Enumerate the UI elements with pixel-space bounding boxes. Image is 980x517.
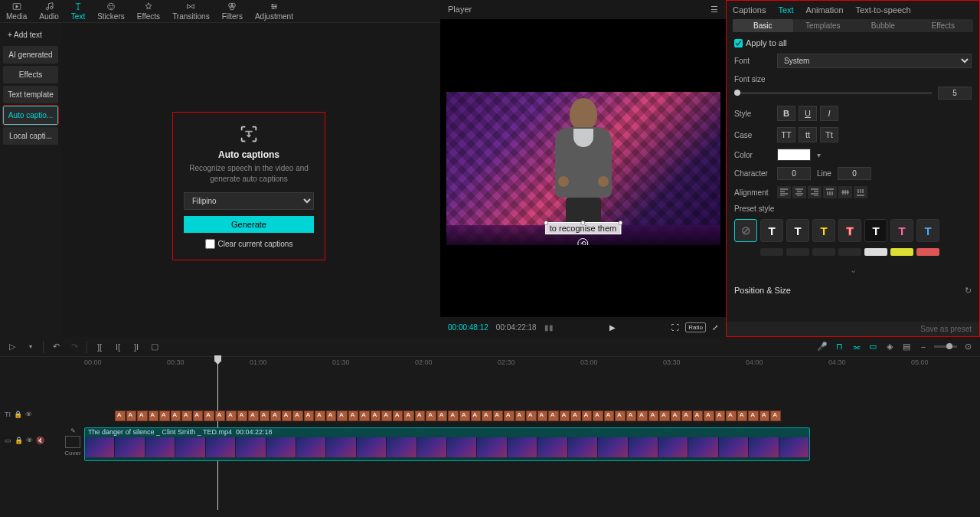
split-left[interactable]: I[	[112, 341, 124, 353]
tab-adjustment[interactable]: Adjustment	[249, 0, 299, 22]
caption-segment[interactable]	[526, 411, 537, 421]
caption-segment[interactable]	[537, 411, 548, 421]
caption-segment[interactable]	[737, 411, 748, 421]
tab-filters[interactable]: Filters	[216, 0, 249, 22]
case-title[interactable]: Tt	[820, 127, 838, 142]
align-bottom[interactable]	[854, 186, 867, 198]
zoom-slider[interactable]	[934, 345, 957, 348]
tab-media[interactable]: Media	[0, 0, 33, 22]
preset-b5[interactable]	[864, 248, 887, 256]
scale-icon[interactable]: ⛶	[671, 323, 679, 332]
preset-b3[interactable]	[812, 248, 835, 256]
caption-segment[interactable]	[149, 411, 159, 421]
preset-5[interactable]: T	[838, 219, 861, 242]
caption-segment[interactable]	[593, 411, 603, 421]
eye-icon[interactable]: 👁	[26, 437, 33, 444]
clear-captions-checkbox[interactable]: Clear current captions	[184, 239, 314, 249]
caption-segment[interactable]	[659, 411, 670, 421]
rotate-handle-icon[interactable]: ⟲	[578, 238, 589, 245]
sidebar-ai-generated[interactable]: AI generated	[3, 46, 58, 64]
caption-segment[interactable]	[760, 411, 770, 421]
caption-overlay[interactable]: to recognise them ⟲	[545, 222, 621, 234]
position-size-label[interactable]: Position & Size	[734, 286, 791, 296]
crop-button[interactable]: ▢	[149, 341, 161, 353]
subtab-effects[interactable]: Effects	[913, 19, 974, 32]
preset-7[interactable]: T	[890, 219, 913, 242]
preset-4[interactable]: T	[812, 219, 835, 242]
timeline-ruler[interactable]: 00:00 00:30 01:00 01:30 02:00 02:30 03:0…	[0, 357, 980, 369]
case-lower[interactable]: tt	[799, 127, 817, 142]
caption-segment[interactable]	[348, 411, 359, 421]
volume-bars-icon[interactable]: ▮▮	[544, 323, 554, 332]
caption-segment[interactable]	[715, 411, 726, 421]
caption-segment[interactable]	[504, 411, 514, 421]
align-right[interactable]	[808, 186, 822, 198]
bold-button[interactable]: B	[777, 106, 795, 121]
marker-icon[interactable]: ◈	[884, 341, 896, 353]
caption-segment[interactable]	[126, 411, 137, 421]
sidebar-text-template[interactable]: Text template	[3, 86, 58, 103]
magnet-icon[interactable]: ⊓	[833, 341, 845, 353]
preset-none[interactable]: ⊘	[734, 219, 757, 242]
cursor-tool[interactable]: ▷	[6, 341, 18, 353]
expand-presets-icon[interactable]: ⌄	[734, 265, 972, 275]
caption-segment[interactable]	[748, 411, 759, 421]
caption-track[interactable]	[115, 411, 781, 421]
tab-transitions[interactable]: Transitions	[166, 0, 216, 22]
caption-segment[interactable]	[204, 411, 214, 421]
caption-segment[interactable]	[693, 411, 704, 421]
preset-b4[interactable]	[838, 248, 861, 256]
caption-segment[interactable]	[560, 411, 570, 421]
fullscreen-icon[interactable]: ⤢	[712, 323, 718, 332]
align-center[interactable]	[792, 186, 806, 198]
caption-segment[interactable]	[315, 411, 325, 421]
align-top[interactable]	[823, 186, 837, 198]
video-clip[interactable]: The danger of silence _ Clint Smith _ TE…	[84, 427, 810, 461]
caption-segment[interactable]	[671, 411, 681, 421]
caption-segment[interactable]	[403, 411, 414, 421]
tab-text[interactable]: Text	[65, 0, 91, 22]
caption-segment[interactable]	[415, 411, 426, 421]
preset-2[interactable]: T	[760, 219, 783, 242]
split-button[interactable]: ]​[	[93, 341, 106, 353]
line-input[interactable]	[838, 167, 871, 180]
case-upper[interactable]: TT	[777, 127, 795, 142]
caption-segment[interactable]	[681, 411, 692, 421]
apply-all-checkbox[interactable]	[734, 39, 743, 47]
mute-icon[interactable]: 🔇	[36, 437, 44, 444]
caption-segment[interactable]	[159, 411, 170, 421]
underline-button[interactable]: U	[799, 106, 817, 121]
caption-segment[interactable]	[193, 411, 204, 421]
caption-segment[interactable]	[326, 411, 337, 421]
prop-tab-text[interactable]: Text	[778, 5, 793, 15]
lock-icon[interactable]: 🔒	[15, 437, 23, 444]
caption-segment[interactable]	[637, 411, 648, 421]
prop-tab-animation[interactable]: Animation	[806, 5, 844, 15]
caption-segment[interactable]	[482, 411, 492, 421]
caption-segment[interactable]	[515, 411, 526, 421]
add-text-button[interactable]: + Add text	[3, 26, 58, 44]
tab-stickers[interactable]: Stickers	[91, 0, 131, 22]
caption-segment[interactable]	[648, 411, 659, 421]
caption-segment[interactable]	[292, 411, 303, 421]
caption-segment[interactable]	[471, 411, 482, 421]
caption-segment[interactable]	[437, 411, 448, 421]
preset-8[interactable]: T	[916, 219, 939, 242]
prop-tab-tts[interactable]: Text-to-speech	[856, 5, 911, 15]
cursor-dropdown[interactable]: ▾	[24, 341, 37, 353]
save-preset-button[interactable]: Save as preset	[727, 322, 979, 336]
caption-segment[interactable]	[582, 411, 593, 421]
caption-segment[interactable]	[548, 411, 559, 421]
align-left[interactable]	[777, 186, 791, 198]
subtab-templates[interactable]: Templates	[793, 19, 854, 32]
caption-segment[interactable]	[426, 411, 436, 421]
caption-segment[interactable]	[337, 411, 348, 421]
play-button[interactable]: ▶	[609, 323, 616, 332]
video-track-head[interactable]: ▭ 🔒 👁 🔇	[0, 437, 58, 444]
tab-effects[interactable]: Effects	[131, 0, 166, 22]
caption-segment[interactable]	[381, 411, 392, 421]
split-right[interactable]: ]I	[130, 341, 142, 353]
language-select[interactable]: Filipino	[184, 192, 314, 210]
caption-segment[interactable]	[393, 411, 403, 421]
caption-segment[interactable]	[493, 411, 504, 421]
